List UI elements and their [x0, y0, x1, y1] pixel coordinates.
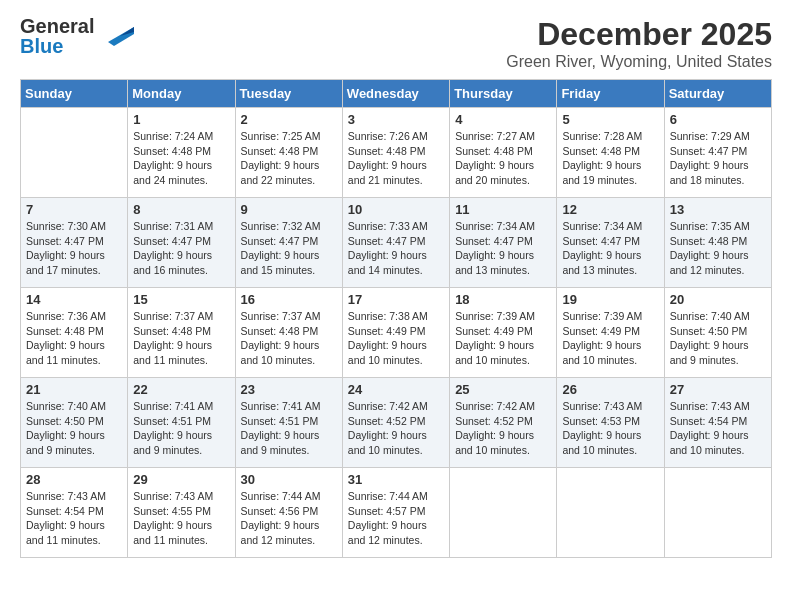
calendar-day-cell: 23Sunrise: 7:41 AMSunset: 4:51 PMDayligh…	[235, 378, 342, 468]
calendar-header-tuesday: Tuesday	[235, 80, 342, 108]
day-number: 13	[670, 202, 766, 217]
logo-text: General Blue	[20, 16, 94, 56]
day-number: 1	[133, 112, 229, 127]
day-number: 20	[670, 292, 766, 307]
day-number: 16	[241, 292, 337, 307]
calendar-day-cell	[664, 468, 771, 558]
day-number: 4	[455, 112, 551, 127]
day-number: 31	[348, 472, 444, 487]
day-info: Sunrise: 7:41 AMSunset: 4:51 PMDaylight:…	[133, 399, 229, 458]
day-number: 6	[670, 112, 766, 127]
day-number: 3	[348, 112, 444, 127]
day-info: Sunrise: 7:34 AMSunset: 4:47 PMDaylight:…	[455, 219, 551, 278]
day-info: Sunrise: 7:43 AMSunset: 4:53 PMDaylight:…	[562, 399, 658, 458]
calendar-day-cell: 3Sunrise: 7:26 AMSunset: 4:48 PMDaylight…	[342, 108, 449, 198]
calendar-day-cell: 2Sunrise: 7:25 AMSunset: 4:48 PMDaylight…	[235, 108, 342, 198]
month-title: December 2025	[506, 16, 772, 53]
day-number: 18	[455, 292, 551, 307]
day-info: Sunrise: 7:28 AMSunset: 4:48 PMDaylight:…	[562, 129, 658, 188]
day-info: Sunrise: 7:43 AMSunset: 4:54 PMDaylight:…	[670, 399, 766, 458]
day-info: Sunrise: 7:31 AMSunset: 4:47 PMDaylight:…	[133, 219, 229, 278]
calendar-day-cell: 21Sunrise: 7:40 AMSunset: 4:50 PMDayligh…	[21, 378, 128, 468]
day-number: 12	[562, 202, 658, 217]
calendar-day-cell: 24Sunrise: 7:42 AMSunset: 4:52 PMDayligh…	[342, 378, 449, 468]
day-number: 9	[241, 202, 337, 217]
logo-icon	[98, 22, 134, 50]
day-info: Sunrise: 7:44 AMSunset: 4:57 PMDaylight:…	[348, 489, 444, 548]
calendar-day-cell: 17Sunrise: 7:38 AMSunset: 4:49 PMDayligh…	[342, 288, 449, 378]
calendar-day-cell: 12Sunrise: 7:34 AMSunset: 4:47 PMDayligh…	[557, 198, 664, 288]
day-info: Sunrise: 7:25 AMSunset: 4:48 PMDaylight:…	[241, 129, 337, 188]
day-number: 27	[670, 382, 766, 397]
day-number: 5	[562, 112, 658, 127]
day-info: Sunrise: 7:39 AMSunset: 4:49 PMDaylight:…	[455, 309, 551, 368]
calendar-day-cell: 26Sunrise: 7:43 AMSunset: 4:53 PMDayligh…	[557, 378, 664, 468]
calendar-day-cell: 25Sunrise: 7:42 AMSunset: 4:52 PMDayligh…	[450, 378, 557, 468]
day-number: 14	[26, 292, 122, 307]
day-number: 23	[241, 382, 337, 397]
logo-blue: Blue	[20, 35, 63, 57]
calendar-day-cell: 19Sunrise: 7:39 AMSunset: 4:49 PMDayligh…	[557, 288, 664, 378]
day-number: 26	[562, 382, 658, 397]
day-info: Sunrise: 7:26 AMSunset: 4:48 PMDaylight:…	[348, 129, 444, 188]
calendar-day-cell: 20Sunrise: 7:40 AMSunset: 4:50 PMDayligh…	[664, 288, 771, 378]
calendar-header-monday: Monday	[128, 80, 235, 108]
calendar-header-sunday: Sunday	[21, 80, 128, 108]
calendar-day-cell: 22Sunrise: 7:41 AMSunset: 4:51 PMDayligh…	[128, 378, 235, 468]
day-info: Sunrise: 7:37 AMSunset: 4:48 PMDaylight:…	[241, 309, 337, 368]
calendar-day-cell: 28Sunrise: 7:43 AMSunset: 4:54 PMDayligh…	[21, 468, 128, 558]
day-number: 22	[133, 382, 229, 397]
calendar-day-cell	[557, 468, 664, 558]
calendar-table: SundayMondayTuesdayWednesdayThursdayFrid…	[20, 79, 772, 558]
day-number: 21	[26, 382, 122, 397]
day-info: Sunrise: 7:43 AMSunset: 4:54 PMDaylight:…	[26, 489, 122, 548]
day-info: Sunrise: 7:27 AMSunset: 4:48 PMDaylight:…	[455, 129, 551, 188]
calendar-day-cell: 31Sunrise: 7:44 AMSunset: 4:57 PMDayligh…	[342, 468, 449, 558]
day-number: 19	[562, 292, 658, 307]
day-info: Sunrise: 7:29 AMSunset: 4:47 PMDaylight:…	[670, 129, 766, 188]
day-number: 11	[455, 202, 551, 217]
calendar-day-cell: 9Sunrise: 7:32 AMSunset: 4:47 PMDaylight…	[235, 198, 342, 288]
day-number: 10	[348, 202, 444, 217]
day-number: 15	[133, 292, 229, 307]
day-info: Sunrise: 7:42 AMSunset: 4:52 PMDaylight:…	[455, 399, 551, 458]
calendar-day-cell: 7Sunrise: 7:30 AMSunset: 4:47 PMDaylight…	[21, 198, 128, 288]
calendar-day-cell: 4Sunrise: 7:27 AMSunset: 4:48 PMDaylight…	[450, 108, 557, 198]
logo-general: General	[20, 15, 94, 37]
calendar-day-cell: 29Sunrise: 7:43 AMSunset: 4:55 PMDayligh…	[128, 468, 235, 558]
calendar-day-cell: 14Sunrise: 7:36 AMSunset: 4:48 PMDayligh…	[21, 288, 128, 378]
calendar-day-cell: 11Sunrise: 7:34 AMSunset: 4:47 PMDayligh…	[450, 198, 557, 288]
title-area: December 2025 Green River, Wyoming, Unit…	[506, 16, 772, 71]
calendar-week-row: 21Sunrise: 7:40 AMSunset: 4:50 PMDayligh…	[21, 378, 772, 468]
day-info: Sunrise: 7:39 AMSunset: 4:49 PMDaylight:…	[562, 309, 658, 368]
calendar-day-cell: 1Sunrise: 7:24 AMSunset: 4:48 PMDaylight…	[128, 108, 235, 198]
calendar-header-saturday: Saturday	[664, 80, 771, 108]
calendar-header-row: SundayMondayTuesdayWednesdayThursdayFrid…	[21, 80, 772, 108]
day-number: 30	[241, 472, 337, 487]
day-info: Sunrise: 7:24 AMSunset: 4:48 PMDaylight:…	[133, 129, 229, 188]
logo: General Blue	[20, 16, 134, 56]
day-info: Sunrise: 7:38 AMSunset: 4:49 PMDaylight:…	[348, 309, 444, 368]
day-info: Sunrise: 7:40 AMSunset: 4:50 PMDaylight:…	[26, 399, 122, 458]
day-number: 29	[133, 472, 229, 487]
calendar-day-cell	[21, 108, 128, 198]
calendar-day-cell: 13Sunrise: 7:35 AMSunset: 4:48 PMDayligh…	[664, 198, 771, 288]
calendar-header-thursday: Thursday	[450, 80, 557, 108]
day-info: Sunrise: 7:44 AMSunset: 4:56 PMDaylight:…	[241, 489, 337, 548]
day-number: 2	[241, 112, 337, 127]
calendar-day-cell: 6Sunrise: 7:29 AMSunset: 4:47 PMDaylight…	[664, 108, 771, 198]
calendar-week-row: 7Sunrise: 7:30 AMSunset: 4:47 PMDaylight…	[21, 198, 772, 288]
location-title: Green River, Wyoming, United States	[506, 53, 772, 71]
calendar-day-cell: 8Sunrise: 7:31 AMSunset: 4:47 PMDaylight…	[128, 198, 235, 288]
day-info: Sunrise: 7:36 AMSunset: 4:48 PMDaylight:…	[26, 309, 122, 368]
page-header: General Blue December 2025 Green River, …	[20, 16, 772, 71]
day-number: 25	[455, 382, 551, 397]
calendar-day-cell: 30Sunrise: 7:44 AMSunset: 4:56 PMDayligh…	[235, 468, 342, 558]
day-info: Sunrise: 7:30 AMSunset: 4:47 PMDaylight:…	[26, 219, 122, 278]
calendar-day-cell	[450, 468, 557, 558]
calendar-week-row: 14Sunrise: 7:36 AMSunset: 4:48 PMDayligh…	[21, 288, 772, 378]
calendar-header-wednesday: Wednesday	[342, 80, 449, 108]
day-info: Sunrise: 7:42 AMSunset: 4:52 PMDaylight:…	[348, 399, 444, 458]
calendar-day-cell: 18Sunrise: 7:39 AMSunset: 4:49 PMDayligh…	[450, 288, 557, 378]
day-info: Sunrise: 7:33 AMSunset: 4:47 PMDaylight:…	[348, 219, 444, 278]
